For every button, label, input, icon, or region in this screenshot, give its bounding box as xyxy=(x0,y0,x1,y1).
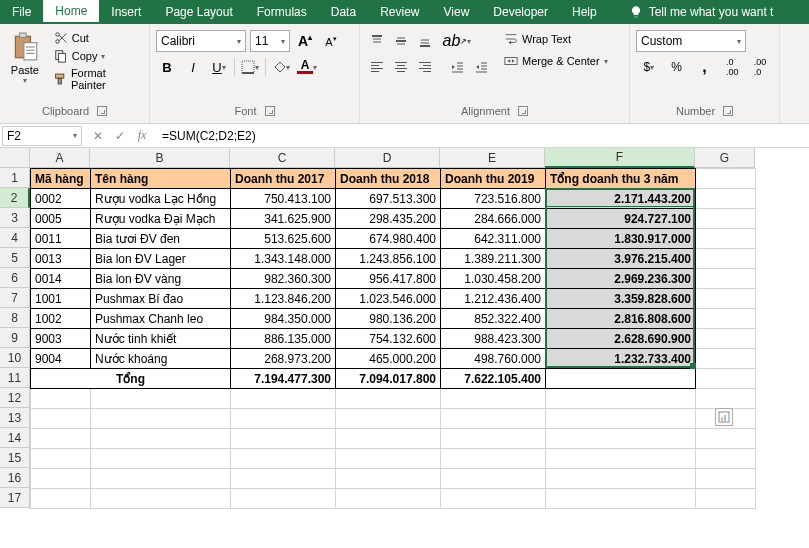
decrease-decimal-button[interactable]: .00.0 xyxy=(747,56,773,78)
menu-file[interactable]: File xyxy=(0,0,43,24)
cell-G17[interactable] xyxy=(696,489,756,509)
cell-D4[interactable]: 674.980.400 xyxy=(336,229,441,249)
cell-F9[interactable]: 2.628.690.900 xyxy=(546,329,696,349)
cell-C16[interactable] xyxy=(231,469,336,489)
row-header-12[interactable]: 12 xyxy=(0,388,30,408)
cell-A14[interactable] xyxy=(31,429,91,449)
align-right-button[interactable] xyxy=(414,56,436,78)
cell-F16[interactable] xyxy=(546,469,696,489)
cell-D2[interactable]: 697.513.300 xyxy=(336,189,441,209)
column-header-D[interactable]: D xyxy=(335,148,440,168)
cell-G15[interactable] xyxy=(696,449,756,469)
accounting-format-button[interactable]: $▾ xyxy=(636,56,662,78)
orientation-button[interactable]: ab↗▾ xyxy=(446,30,468,52)
column-header-B[interactable]: B xyxy=(90,148,230,168)
formula-input[interactable] xyxy=(156,126,809,146)
menu-view[interactable]: View xyxy=(432,0,482,24)
cell-A17[interactable] xyxy=(31,489,91,509)
cell-E12[interactable] xyxy=(441,389,546,409)
font-color-button[interactable]: A▾ xyxy=(296,56,318,78)
cell-C9[interactable]: 886.135.000 xyxy=(231,329,336,349)
cell-C1[interactable]: Doanh thu 2017 xyxy=(231,169,336,189)
cell-A2[interactable]: 0002 xyxy=(31,189,91,209)
number-format-combo[interactable]: Custom▾ xyxy=(636,30,746,52)
cell-F5[interactable]: 3.976.215.400 xyxy=(546,249,696,269)
cell-B7[interactable]: Pushmax Bí đao xyxy=(91,289,231,309)
cell-E17[interactable] xyxy=(441,489,546,509)
row-header-7[interactable]: 7 xyxy=(0,288,30,308)
format-painter-button[interactable]: Format Painter xyxy=(50,66,143,92)
cell-B10[interactable]: Nước khoáng xyxy=(91,349,231,369)
cell-G2[interactable] xyxy=(696,189,756,209)
cell-E10[interactable]: 498.760.000 xyxy=(441,349,546,369)
cell-E15[interactable] xyxy=(441,449,546,469)
column-header-A[interactable]: A xyxy=(30,148,90,168)
row-header-17[interactable]: 17 xyxy=(0,488,30,508)
cell-D7[interactable]: 1.023.546.000 xyxy=(336,289,441,309)
cell-F17[interactable] xyxy=(546,489,696,509)
cell-D12[interactable] xyxy=(336,389,441,409)
cell-D13[interactable] xyxy=(336,409,441,429)
cell-E6[interactable]: 1.030.458.200 xyxy=(441,269,546,289)
cell-C13[interactable] xyxy=(231,409,336,429)
cell-B12[interactable] xyxy=(91,389,231,409)
row-header-8[interactable]: 8 xyxy=(0,308,30,328)
cell-G10[interactable] xyxy=(696,349,756,369)
cell-A8[interactable]: 1002 xyxy=(31,309,91,329)
cell-C7[interactable]: 1.123.846.200 xyxy=(231,289,336,309)
row-header-2[interactable]: 2 xyxy=(0,188,30,208)
fill-color-button[interactable]: ▾ xyxy=(270,56,292,78)
increase-decimal-button[interactable]: .0.00 xyxy=(719,56,745,78)
cell-D8[interactable]: 980.136.200 xyxy=(336,309,441,329)
cell-F1[interactable]: Tổng doanh thu 3 năm xyxy=(546,169,696,189)
menu-page-layout[interactable]: Page Layout xyxy=(153,0,244,24)
font-name-combo[interactable]: Calibri▾ xyxy=(156,30,246,52)
menu-formulas[interactable]: Formulas xyxy=(245,0,319,24)
cell-G7[interactable] xyxy=(696,289,756,309)
cell-G1[interactable] xyxy=(696,169,756,189)
cut-button[interactable]: Cut xyxy=(50,30,143,46)
cell-G4[interactable] xyxy=(696,229,756,249)
cell-F13[interactable] xyxy=(546,409,696,429)
cell-E16[interactable] xyxy=(441,469,546,489)
cell-F15[interactable] xyxy=(546,449,696,469)
percent-format-button[interactable]: % xyxy=(664,56,690,78)
row-header-11[interactable]: 11 xyxy=(0,368,30,388)
tell-me-search[interactable]: Tell me what you want t xyxy=(617,0,786,24)
cell-C3[interactable]: 341.625.900 xyxy=(231,209,336,229)
clipboard-dialog-launcher[interactable] xyxy=(97,106,107,116)
row-header-1[interactable]: 1 xyxy=(0,168,30,188)
cell-G5[interactable] xyxy=(696,249,756,269)
number-dialog-launcher[interactable] xyxy=(723,106,733,116)
cell-C14[interactable] xyxy=(231,429,336,449)
font-size-combo[interactable]: 11▾ xyxy=(250,30,290,52)
row-header-9[interactable]: 9 xyxy=(0,328,30,348)
cell-B14[interactable] xyxy=(91,429,231,449)
cell-E5[interactable]: 1.389.211.300 xyxy=(441,249,546,269)
cell-C12[interactable] xyxy=(231,389,336,409)
cell-G3[interactable] xyxy=(696,209,756,229)
row-header-13[interactable]: 13 xyxy=(0,408,30,428)
row-header-6[interactable]: 6 xyxy=(0,268,30,288)
cell-E14[interactable] xyxy=(441,429,546,449)
cell-G11[interactable] xyxy=(696,369,756,389)
cell-A10[interactable]: 9004 xyxy=(31,349,91,369)
cell-C11[interactable]: 7.194.477.300 xyxy=(231,369,336,389)
cell-B1[interactable]: Tên hàng xyxy=(91,169,231,189)
menu-developer[interactable]: Developer xyxy=(481,0,560,24)
menu-data[interactable]: Data xyxy=(319,0,368,24)
cell-F2[interactable]: 2.171.443.200 xyxy=(546,189,696,209)
cell-D15[interactable] xyxy=(336,449,441,469)
cancel-formula-button[interactable]: ✕ xyxy=(88,126,108,146)
column-header-F[interactable]: F xyxy=(545,148,695,168)
cell-C15[interactable] xyxy=(231,449,336,469)
comma-format-button[interactable]: , xyxy=(692,56,718,78)
cell-F10[interactable]: 1.232.733.400 xyxy=(546,349,696,369)
cell-B9[interactable]: Nước tinh khiết xyxy=(91,329,231,349)
column-header-G[interactable]: G xyxy=(695,148,755,168)
cell-B13[interactable] xyxy=(91,409,231,429)
italic-button[interactable]: I xyxy=(182,56,204,78)
cell-B2[interactable]: Rượu vodka Lạc Hồng xyxy=(91,189,231,209)
row-header-14[interactable]: 14 xyxy=(0,428,30,448)
cell-F8[interactable]: 2.816.808.600 xyxy=(546,309,696,329)
